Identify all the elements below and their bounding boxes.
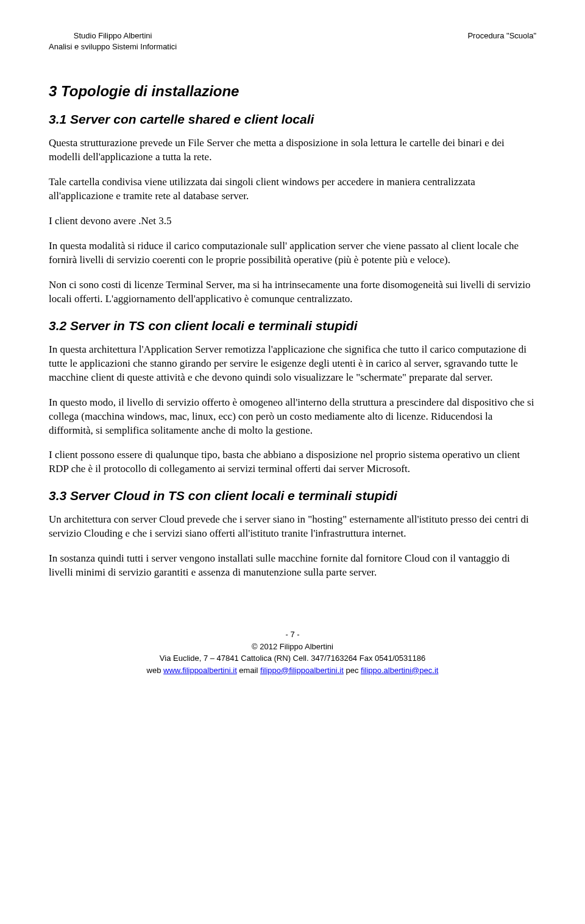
header-studio-name: Studio Filippo Albertini <box>49 30 177 41</box>
paragraph: In sostanza quindi tutti i server vengon… <box>49 552 536 580</box>
paragraph: Non ci sono costi di licenze Terminal Se… <box>49 278 536 306</box>
page-header: Studio Filippo Albertini Analisi e svilu… <box>49 30 536 52</box>
paragraph: In questa modalità si riduce il carico c… <box>49 239 536 267</box>
footer-web-link[interactable]: www.filippoalbertini.it <box>163 666 237 675</box>
footer-pec-link[interactable]: filippo.albertini@pec.it <box>361 666 438 675</box>
header-procedure: Procedura "Scuola" <box>467 30 536 41</box>
header-studio-subtitle: Analisi e sviluppo Sistemi Informatici <box>49 41 177 52</box>
page-footer: - 7 - © 2012 Filippo Albertini Via Eucli… <box>49 629 536 676</box>
footer-pec-prefix: pec <box>344 666 361 675</box>
footer-links: web www.filippoalbertini.it email filipp… <box>49 665 536 677</box>
footer-web-prefix: web <box>147 666 163 675</box>
paragraph: In questo modo, il livello di servizio o… <box>49 396 536 438</box>
footer-email-link[interactable]: filippo@filippoalbertini.it <box>260 666 344 675</box>
paragraph: In questa architettura l'Application Ser… <box>49 343 536 385</box>
footer-page-number: - 7 - <box>49 629 536 641</box>
header-right: Procedura "Scuola" <box>467 30 536 52</box>
paragraph: Un architettura con server Cloud prevede… <box>49 513 536 541</box>
footer-email-prefix: email <box>237 666 260 675</box>
paragraph: I client possono essere di qualunque tip… <box>49 448 536 476</box>
header-left: Studio Filippo Albertini Analisi e svilu… <box>49 30 177 52</box>
heading-3-3: 3.3 Server Cloud in TS con client locali… <box>49 488 536 503</box>
footer-address: Via Euclide, 7 – 47841 Cattolica (RN) Ce… <box>49 652 536 665</box>
footer-copyright: © 2012 Filippo Albertini <box>49 641 536 653</box>
heading-3-2: 3.2 Server in TS con client locali e ter… <box>49 319 536 333</box>
document-page: Studio Filippo Albertini Analisi e svilu… <box>0 0 585 700</box>
heading-topologie: 3 Topologie di installazione <box>49 83 536 100</box>
heading-3-1: 3.1 Server con cartelle shared e client … <box>49 112 536 127</box>
paragraph: Tale cartella condivisa viene utilizzata… <box>49 175 536 203</box>
paragraph: I client devono avere .Net 3.5 <box>49 214 536 228</box>
paragraph: Questa strutturazione prevede un File Se… <box>49 136 536 164</box>
